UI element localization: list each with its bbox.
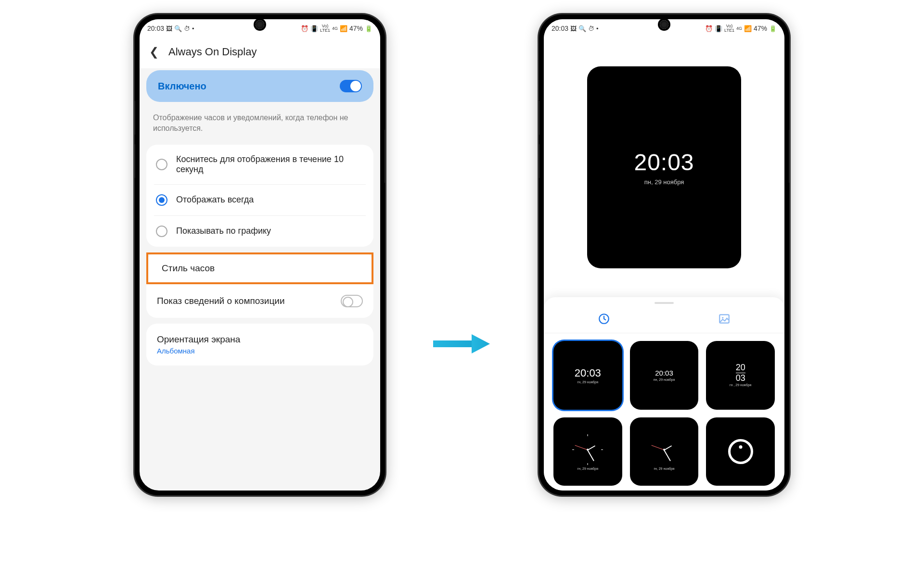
volte-icon: Vo)LTE1 <box>724 24 734 33</box>
orientation-row[interactable]: Ориентация экрана Альбомная <box>154 324 366 365</box>
battery-pct: 47% <box>754 25 767 32</box>
radio-icon <box>156 226 167 237</box>
panel-tabs <box>544 309 784 333</box>
gallery-icon: 🖼 <box>570 25 577 32</box>
ring-clock-icon <box>728 439 753 464</box>
search-icon: 🔍 <box>578 25 586 32</box>
tile-date: гн, 29 ноября <box>578 380 598 384</box>
composition-row[interactable]: Показ сведений о композиции <box>154 284 366 318</box>
battery-icon: 🔋 <box>769 25 777 32</box>
page-header: ❮ Always On Display <box>140 38 380 68</box>
clock-style-digital-medium[interactable]: 20:03 пн, 29 ноября <box>630 341 699 410</box>
vibrate-icon: 📳 <box>715 25 722 32</box>
flow-arrow-icon <box>433 329 491 360</box>
tile-time: 20:03 <box>575 367 601 379</box>
clock-style-analog-roman[interactable]: гн, 29 ноября <box>553 417 622 486</box>
radio-always[interactable]: Отображать всегда <box>154 185 366 216</box>
tile-date: гн, 29 ноября <box>654 467 674 470</box>
clock-style-digital-large[interactable]: 20:03 гн, 29 ноября <box>553 341 622 410</box>
volte-icon: Vo)LTE1 <box>320 24 330 33</box>
gallery-icon: 🖼 <box>166 25 172 32</box>
search-icon: 🔍 <box>174 25 182 32</box>
clock-icon <box>598 313 610 325</box>
tile-date: гн , 29 ноября <box>730 383 751 387</box>
signal-icon: 📶 <box>744 25 752 32</box>
tile-time: 20:03 <box>655 369 673 377</box>
style-card: Стиль часов Показ сведений о композиции <box>146 252 373 318</box>
style-picker-panel: 20:03 гн, 29 ноября 20:03 пн, 29 ноября … <box>544 297 784 491</box>
preview-time: 20:03 <box>634 149 694 176</box>
master-toggle-row[interactable]: Включено <box>146 70 373 102</box>
clock-style-analog-modern[interactable]: гн, 29 ноября <box>630 417 699 486</box>
panel-drag-handle[interactable] <box>654 302 674 304</box>
signal-icon: 📶 <box>340 25 347 32</box>
network-icon: 4G <box>736 26 742 31</box>
dot-icon: • <box>596 25 599 32</box>
radio-schedule[interactable]: Показывать по графику <box>154 216 366 247</box>
tile-date: пн, 29 ноября <box>654 378 675 381</box>
back-chevron-icon[interactable]: ❮ <box>149 45 159 59</box>
clock-style-label: Стиль часов <box>162 263 215 274</box>
preview-date: пн, 29 ноября <box>644 178 684 186</box>
status-time: 20:03 <box>552 25 568 32</box>
preview-aod: 20:03 пн, 29 ноября <box>587 66 741 268</box>
vibrate-icon: 📳 <box>310 25 318 32</box>
master-toggle-switch[interactable] <box>340 80 362 92</box>
radio-label: Показывать по графику <box>176 226 271 236</box>
tab-image[interactable] <box>717 312 732 326</box>
radio-icon <box>156 159 167 170</box>
analog-clock-icon <box>571 433 604 466</box>
battery-icon: 🔋 <box>365 25 372 32</box>
orientation-value: Альбомная <box>157 347 195 355</box>
camera-hole <box>660 20 668 29</box>
tab-clock[interactable] <box>597 312 611 326</box>
preview-area: 20:03 пн, 29 ноября <box>544 38 784 297</box>
page-title: Always On Display <box>168 46 257 58</box>
radio-icon <box>156 194 167 206</box>
camera-hole <box>256 20 264 29</box>
tile-time-vertical: 20 03 <box>736 364 745 382</box>
svg-point-4 <box>722 317 723 318</box>
master-toggle-label: Включено <box>158 81 206 92</box>
phone-frame-left: 20:03 🖼 🔍 ⏱ • ⏰ 📳 Vo)LTE1 4G 📶 47% 🔋 ❮ A… <box>135 14 385 495</box>
alarm-icon: ⏰ <box>301 25 308 32</box>
status-time: 20:03 <box>147 25 164 32</box>
clock-style-row[interactable]: Стиль часов <box>146 252 373 284</box>
svg-rect-0 <box>433 340 474 347</box>
phone-frame-right: 20:03 🖼 🔍 ⏱ • ⏰ 📳 Vo)LTE1 4G 📶 47% 🔋 20:… <box>539 14 789 495</box>
alarm-icon: ⏰ <box>705 25 713 32</box>
battery-pct: 47% <box>349 25 363 32</box>
stopwatch-icon: ⏱ <box>184 25 190 32</box>
radio-label: Коснитесь для отображения в течение 10 с… <box>176 154 364 175</box>
radio-tap-10s[interactable]: Коснитесь для отображения в течение 10 с… <box>154 145 366 185</box>
dot-icon: • <box>192 25 194 32</box>
svg-marker-1 <box>472 334 490 353</box>
display-mode-card: Коснитесь для отображения в течение 10 с… <box>146 145 373 247</box>
composition-switch[interactable] <box>341 295 363 307</box>
network-icon: 4G <box>332 26 338 31</box>
analog-clock-icon <box>648 433 680 466</box>
description-text: Отображение часов и уведомлений, когда т… <box>146 102 373 145</box>
composition-label: Показ сведений о композиции <box>157 296 285 306</box>
orientation-card: Ориентация экрана Альбомная <box>146 324 373 365</box>
radio-label: Отображать всегда <box>176 195 254 205</box>
clock-style-digital-vertical[interactable]: 20 03 гн , 29 ноября <box>706 341 775 410</box>
orientation-label: Ориентация экрана <box>157 334 240 345</box>
image-icon <box>718 313 731 325</box>
tile-date: гн, 29 ноября <box>578 467 598 470</box>
stopwatch-icon: ⏱ <box>588 25 594 32</box>
clock-style-ring[interactable] <box>706 417 775 486</box>
